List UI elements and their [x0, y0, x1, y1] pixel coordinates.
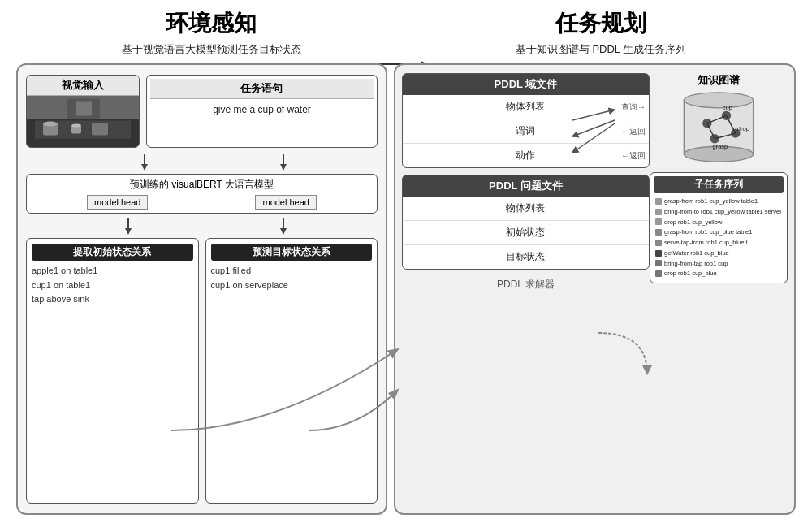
- rp-left: PDDL 域文件 物体列表 查询→ 谓词 ←返回 动作 ←返回: [402, 73, 650, 505]
- svg-point-21: [684, 93, 753, 108]
- subtask-row-7: drop rob1 cup_blue: [654, 269, 784, 279]
- subtask-row-3: grasp-from rob1 cup_blue table1: [654, 227, 784, 237]
- lp-arrows-area-2: [26, 218, 378, 235]
- pddl-problem-box: PDDL 问题文件 物体列表 初始状态 目标状态: [402, 175, 650, 270]
- svg-text:drop: drop: [737, 125, 749, 132]
- pddl-problem-row-0: 物体列表: [403, 197, 649, 221]
- panels-row: 视觉输入: [16, 63, 796, 515]
- kg-cylinder: cup drop grasp: [678, 91, 759, 164]
- pddl-domain-row-0: 物体列表 查询→: [403, 95, 649, 119]
- lp-arrows-area: [26, 154, 378, 171]
- lp-bottom-row: 提取初始状态关系 apple1 on table1cup1 on table1t…: [26, 238, 378, 504]
- predict-state-box: 预测目标状态关系 cup1 filledcup1 on serveplace: [205, 238, 378, 504]
- subtask-row-5: getWater rob1 cup_blue: [654, 249, 784, 258]
- task-sentence-label: 任务语句: [150, 79, 374, 99]
- pddl-problem-rows: 物体列表 初始状态 目标状态: [403, 197, 649, 269]
- svg-marker-15: [280, 164, 287, 171]
- main-container: 环境感知 任务规划 基于视觉语言大模型预测任务目标状态 基于知识图谱与 PDDL…: [0, 0, 812, 523]
- header-right: 任务规划: [406, 8, 796, 39]
- subtask-row-4: serve-tap-from rob1 cup_blue t: [654, 238, 784, 248]
- pddl-domain-box: PDDL 域文件 物体列表 查询→ 谓词 ←返回 动作 ←返回: [402, 73, 650, 168]
- model-heads-row: model head model head: [33, 195, 370, 210]
- svg-marker-19: [280, 228, 287, 235]
- visualbert-box: 预训练的 visualBERT 大语言模型 model head model h…: [26, 174, 378, 214]
- header-left: 环境感知: [16, 8, 406, 39]
- svg-marker-17: [125, 228, 132, 235]
- header-row: 环境感知 任务规划: [16, 8, 796, 39]
- pddl-solver: PDDL 求解器: [402, 278, 650, 292]
- kg-title: 知识图谱: [698, 73, 740, 88]
- pddl-domain-row-2: 动作 ←返回: [403, 144, 649, 167]
- subtask-box: 子任务序列 grasp-from rob1 cup_yellow table1 …: [650, 172, 788, 283]
- subtask-row-0: grasp-from rob1 cup_yellow table1: [654, 197, 784, 206]
- left-subtitle: 基于视觉语言大模型预测任务目标状态: [16, 42, 406, 57]
- subtask-row-1: bring-from-to rob1 cup_yellow table1 ser…: [654, 207, 784, 217]
- model-head-right: model head: [255, 195, 317, 210]
- visual-input-label: 视觉输入: [27, 76, 139, 96]
- knowledge-graph-box: 知识图谱: [650, 73, 788, 164]
- svg-text:grasp: grasp: [712, 143, 728, 150]
- pddl-domain-title: PDDL 域文件: [403, 74, 649, 95]
- visual-input-image: [27, 96, 139, 147]
- svg-text:cup: cup: [723, 104, 732, 111]
- predict-title: 预测目标状态关系: [211, 244, 373, 261]
- extract-state-box: 提取初始状态关系 apple1 on table1cup1 on table1t…: [26, 238, 199, 504]
- pddl-problem-title: PDDL 问题文件: [403, 175, 649, 197]
- pddl-problem-row-1: 初始状态: [403, 221, 649, 245]
- left-title: 环境感知: [166, 11, 257, 36]
- left-panel: 视觉输入: [16, 63, 387, 515]
- pddl-domain-row-1: 谓词 ←返回: [403, 119, 649, 144]
- visualbert-title: 预训练的 visualBERT 大语言模型: [33, 178, 370, 192]
- pddl-problem-row-2: 目标状态: [403, 245, 649, 269]
- svg-marker-13: [141, 164, 148, 171]
- subtitle-row: 基于视觉语言大模型预测任务目标状态 基于知识图谱与 PDDL 生成任务序列: [16, 42, 796, 57]
- svg-rect-9: [92, 123, 108, 136]
- task-sentence-text: give me a cup of water: [213, 104, 311, 115]
- pddl-domain-rows: 物体列表 查询→ 谓词 ←返回 动作 ←返回: [403, 95, 649, 167]
- task-sentence-box: 任务语句 give me a cup of water: [146, 75, 378, 148]
- rp-right: 知识图谱: [650, 73, 788, 505]
- svg-point-11: [71, 124, 81, 128]
- subtask-row-2: drop rob1 cup_yellow: [654, 218, 784, 227]
- subtask-row-6: bring-from-tap rob1 cup: [654, 259, 784, 269]
- svg-rect-6: [76, 102, 92, 116]
- predict-content: cup1 filledcup1 on serveplace: [211, 264, 373, 292]
- subtask-title: 子任务序列: [654, 176, 784, 193]
- model-head-left: model head: [87, 195, 149, 210]
- right-title: 任务规划: [555, 11, 646, 36]
- right-panel: PDDL 域文件 物体列表 查询→ 谓词 ←返回 动作 ←返回: [394, 63, 796, 515]
- extract-content: apple1 on table1cup1 on table1tap above …: [32, 264, 193, 307]
- extract-title: 提取初始状态关系: [32, 244, 193, 261]
- lp-top-row: 视觉输入: [26, 75, 378, 148]
- visual-input-box: 视觉输入: [26, 75, 140, 148]
- svg-point-10: [43, 122, 58, 127]
- right-subtitle: 基于知识图谱与 PDDL 生成任务序列: [406, 42, 796, 57]
